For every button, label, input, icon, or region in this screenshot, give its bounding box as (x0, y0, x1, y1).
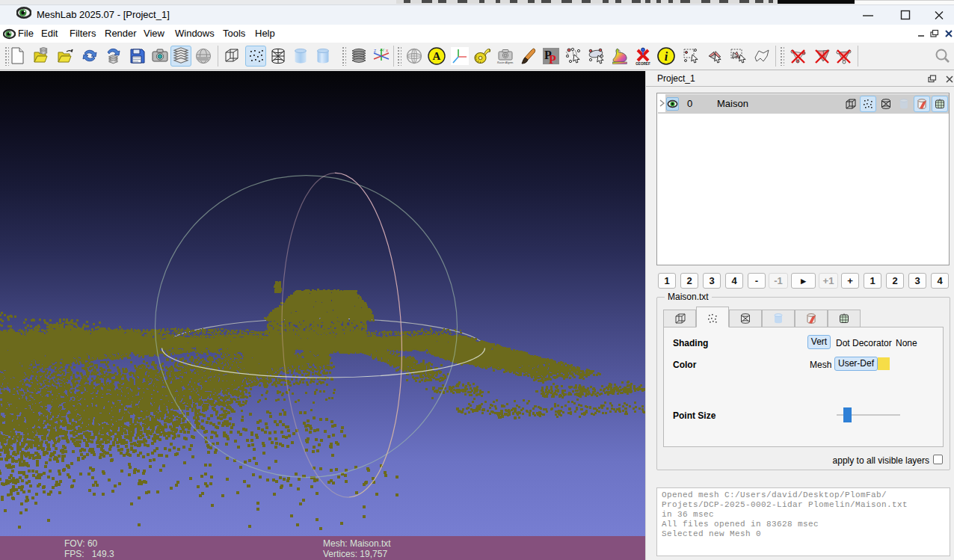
svg-text:P: P (549, 53, 556, 65)
svg-text:Z: Z (374, 49, 376, 53)
svg-text:X: X (386, 49, 389, 53)
svg-text:Y: Y (382, 48, 385, 52)
svg-text:A: A (433, 50, 441, 62)
svg-text:GEOREF: GEOREF (636, 62, 650, 66)
svg-text:Raster Alignm.: Raster Alignm. (497, 61, 514, 64)
svg-text:i: i (665, 50, 668, 63)
